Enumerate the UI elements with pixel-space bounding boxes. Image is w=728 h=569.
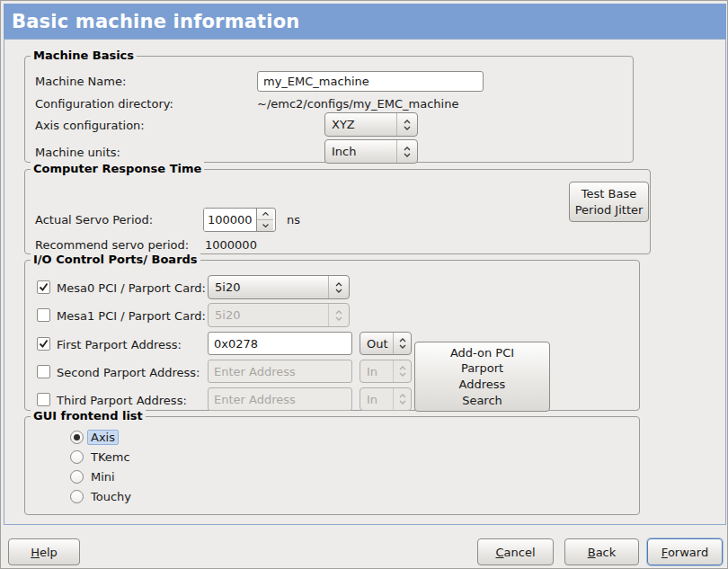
gui-frontend-frame: GUI frontend list Axis TKemc Mini Touchy xyxy=(24,416,640,515)
dropdown-arrows-icon xyxy=(396,113,417,136)
third-parport-checkbox[interactable] xyxy=(37,393,50,406)
dropdown-arrows-icon xyxy=(393,333,411,354)
radio-dot xyxy=(74,434,80,440)
radio-touchy[interactable] xyxy=(70,490,84,503)
recommend-servo-period-value: 1000000 xyxy=(205,238,257,252)
third-parport-direction-combo: In xyxy=(360,387,412,411)
machine-units-label: Machine units: xyxy=(35,146,120,159)
machine-units-value: Inch xyxy=(325,145,396,158)
back-button[interactable]: Back xyxy=(564,538,639,565)
page-content-area: Machine Basics Machine Name: Configurati… xyxy=(4,39,726,525)
io-row-mesa1: Mesa1 PCI / Parport Card: 5i20 xyxy=(37,303,378,327)
third-parport-address-input xyxy=(208,387,352,411)
radio-axis[interactable] xyxy=(70,431,84,444)
mesa0-label[interactable]: Mesa0 PCI / Parport Card: xyxy=(57,281,206,295)
forward-button-label: Forward xyxy=(661,546,708,559)
machine-name-input[interactable] xyxy=(257,71,484,92)
gui-frontend-legend: GUI frontend list xyxy=(31,409,146,422)
io-row-second-parport: Second Parport Address: In xyxy=(37,360,441,384)
help-button-label: Help xyxy=(31,546,58,559)
spin-up-button[interactable] xyxy=(257,209,273,220)
mesa1-checkbox[interactable] xyxy=(37,308,50,322)
first-parport-address-input[interactable] xyxy=(208,332,352,355)
third-parport-direction-value: In xyxy=(360,393,393,406)
response-time-legend: Computer Response Time xyxy=(31,162,204,175)
axis-configuration-label: Axis configuration: xyxy=(35,119,145,132)
config-directory-label: Configuration directory: xyxy=(35,97,173,111)
page-title: Basic machine information xyxy=(12,11,300,32)
mesa0-card-value: 5i20 xyxy=(209,280,328,294)
spin-buttons xyxy=(256,209,273,231)
machine-basics-frame: Machine Basics Machine Name: Configurati… xyxy=(24,56,634,163)
io-row-mesa0: Mesa0 PCI / Parport Card: 5i20 xyxy=(37,275,378,299)
servo-period-label: Actual Servo Period: xyxy=(35,213,153,227)
addon-pci-parport-search-button[interactable]: Add-on PCI Parport Address Search xyxy=(414,342,550,412)
radio-tkemc-label[interactable]: TKemc xyxy=(91,450,130,464)
first-parport-direction-combo[interactable]: Out xyxy=(360,332,412,355)
mesa1-card-combo: 5i20 xyxy=(208,303,350,327)
servo-period-input[interactable] xyxy=(204,209,256,231)
machine-units-combo[interactable]: Inch xyxy=(324,139,418,164)
machine-basics-legend: Machine Basics xyxy=(31,49,137,62)
mesa1-label[interactable]: Mesa1 PCI / Parport Card: xyxy=(57,309,206,323)
third-parport-label[interactable]: Third Parport Address: xyxy=(57,394,187,407)
radio-mini-label[interactable]: Mini xyxy=(91,470,115,484)
back-button-label: Back xyxy=(588,546,617,559)
radio-mini[interactable] xyxy=(70,470,84,484)
second-parport-label[interactable]: Second Parport Address: xyxy=(57,366,200,379)
forward-button[interactable]: Forward xyxy=(647,538,723,565)
radio-axis-label[interactable]: Axis xyxy=(87,430,119,445)
config-directory-value: ~/emc2/configs/my_EMC_machine xyxy=(257,97,458,111)
second-parport-address-input xyxy=(208,360,352,383)
axis-configuration-value: XYZ xyxy=(325,118,396,131)
cancel-button[interactable]: Cancel xyxy=(477,538,554,565)
machine-name-label: Machine Name: xyxy=(35,75,126,88)
recommend-servo-period-label: Recommend servo period: xyxy=(35,238,189,252)
second-parport-direction-value: In xyxy=(360,365,393,378)
cancel-button-label: Cancel xyxy=(495,546,535,559)
first-parport-label[interactable]: First Parport Address: xyxy=(57,338,182,351)
help-button[interactable]: Help xyxy=(8,538,80,565)
first-parport-checkbox[interactable] xyxy=(37,337,50,351)
dropdown-arrows-icon xyxy=(328,304,349,326)
mesa1-card-value: 5i20 xyxy=(209,308,328,322)
radio-touchy-label[interactable]: Touchy xyxy=(91,490,131,503)
dropdown-arrows-icon xyxy=(396,140,417,163)
io-row-third-parport: Third Parport Address: In xyxy=(37,387,441,412)
radio-tkemc[interactable] xyxy=(70,450,84,464)
axis-configuration-combo[interactable]: XYZ xyxy=(324,112,418,137)
test-base-period-jitter-button[interactable]: Test Base Period Jitter xyxy=(569,182,649,222)
io-ports-legend: I/O Control Ports/ Boards xyxy=(31,253,200,266)
dropdown-arrows-icon xyxy=(328,276,349,298)
check-icon xyxy=(39,282,49,292)
servo-period-unit: ns xyxy=(287,213,300,227)
mesa0-card-combo[interactable]: 5i20 xyxy=(208,275,350,299)
response-time-frame: Computer Response Time Test Base Period … xyxy=(24,169,651,254)
dropdown-arrows-icon xyxy=(393,360,411,382)
mesa0-checkbox[interactable] xyxy=(37,280,50,294)
check-icon xyxy=(39,339,49,349)
servo-period-spinbox[interactable] xyxy=(203,208,276,232)
first-parport-direction-value: Out xyxy=(360,337,393,351)
second-parport-direction-combo: In xyxy=(360,360,412,383)
second-parport-checkbox[interactable] xyxy=(37,365,50,378)
io-row-first-parport: First Parport Address: Out xyxy=(37,332,441,356)
basic-machine-information-dialog: Basic machine information Machine Basics… xyxy=(0,0,728,569)
page-header: Basic machine information xyxy=(4,4,726,39)
io-ports-frame: I/O Control Ports/ Boards Mesa0 PCI / Pa… xyxy=(24,260,640,411)
spin-down-button[interactable] xyxy=(257,220,273,231)
dropdown-arrows-icon xyxy=(393,388,411,410)
